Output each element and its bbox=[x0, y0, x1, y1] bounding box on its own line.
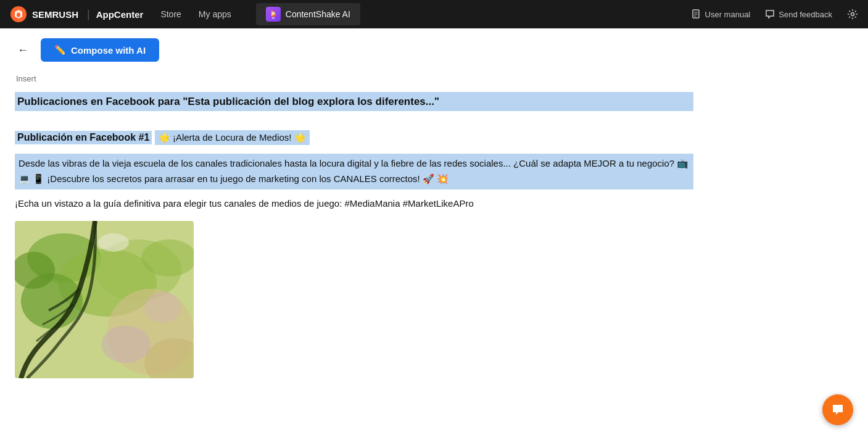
user-manual-label: User manual bbox=[705, 10, 751, 19]
appcenter-label: AppCenter bbox=[96, 9, 144, 20]
settings-icon bbox=[847, 9, 858, 20]
book-icon bbox=[692, 9, 701, 19]
contentshake-tab[interactable]: 🍹 ContentShake AI bbox=[256, 3, 360, 25]
satellite-svg bbox=[15, 221, 194, 378]
satellite-image bbox=[15, 221, 194, 378]
chat-icon bbox=[830, 402, 845, 417]
svg-point-13 bbox=[101, 326, 151, 363]
nav-links: Store My apps bbox=[160, 9, 231, 19]
emoji-alert-line: 🌟 ¡Alerta de Locura de Medios! 🌟 bbox=[155, 130, 310, 145]
myapps-link[interactable]: My apps bbox=[199, 9, 231, 19]
contentshake-icon: 🍹 bbox=[266, 7, 281, 22]
feedback-icon bbox=[765, 9, 775, 19]
hashtag-line: ¡Echa un vistazo a la guía definitiva pa… bbox=[15, 198, 693, 209]
contentshake-label: ContentShake AI bbox=[286, 9, 350, 19]
semrush-label: SEMRUSH bbox=[32, 9, 78, 20]
content-area: Publicaciones en Facebook para "Esta pub… bbox=[15, 92, 693, 378]
svg-point-15 bbox=[98, 233, 129, 252]
settings-link[interactable] bbox=[847, 9, 858, 20]
compose-icon: ✏️ bbox=[54, 44, 66, 56]
user-manual-link[interactable]: User manual bbox=[692, 9, 751, 19]
compose-button[interactable]: ✏️ Compose with AI bbox=[41, 38, 159, 62]
nav-divider: | bbox=[87, 8, 90, 21]
insert-label: Insert bbox=[15, 74, 853, 83]
body-text: Desde las vibras de la vieja escuela de … bbox=[15, 154, 693, 189]
send-feedback-link[interactable]: Send feedback bbox=[765, 9, 832, 19]
top-navigation: SEMRUSH | AppCenter Store My apps 🍹 Cont… bbox=[0, 0, 868, 28]
svg-point-5 bbox=[851, 13, 854, 16]
store-link[interactable]: Store bbox=[160, 9, 181, 19]
svg-point-14 bbox=[144, 292, 181, 323]
semrush-logo[interactable]: SEMRUSH bbox=[10, 6, 78, 23]
section-title: Publicaciones en Facebook para "Esta pub… bbox=[15, 92, 693, 111]
post-title: Publicación en Facebook #1 bbox=[15, 131, 152, 144]
send-feedback-label: Send feedback bbox=[779, 10, 832, 19]
nav-right-actions: User manual Send feedback bbox=[692, 9, 858, 20]
main-content: ← ✏️ Compose with AI Insert Publicacione… bbox=[0, 28, 868, 393]
compose-label: Compose with AI bbox=[71, 45, 146, 56]
chat-button[interactable] bbox=[822, 394, 853, 425]
toolbar-row: ← ✏️ Compose with AI bbox=[15, 38, 853, 62]
back-button[interactable]: ← bbox=[15, 41, 31, 59]
